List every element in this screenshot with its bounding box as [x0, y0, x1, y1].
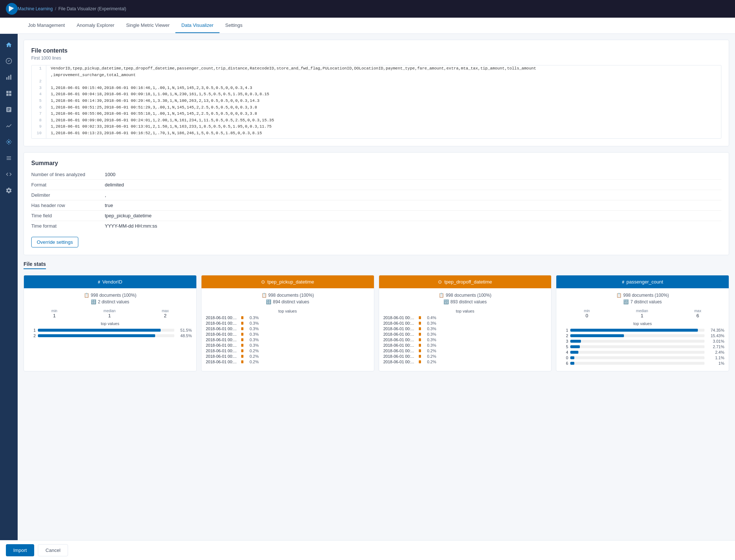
sidebar-icon-timelion[interactable]: [1, 118, 16, 133]
summary-row-lines: Number of lines analyzed 1000: [31, 170, 721, 180]
dropoff-label: tpep_dropoff_datetime: [444, 279, 492, 285]
datetime-bar-indicator: [241, 344, 243, 347]
import-button[interactable]: Import: [6, 544, 34, 556]
sidebar-icon-home[interactable]: [1, 38, 16, 52]
top-value-key: 2018-06-01 00:...: [206, 332, 239, 336]
top-value-bar: [570, 345, 580, 348]
nav-bar: Job Management Anomaly Explorer Single M…: [0, 18, 735, 34]
top-value-key: 2018-06-01 00:...: [383, 343, 417, 347]
override-settings-button[interactable]: Override settings: [31, 237, 78, 247]
top-value-row: 2018-06-01 00:... 0.3%: [383, 327, 547, 331]
stat-distinct-pickup: 🔢 894 distinct values: [206, 299, 370, 304]
file-line: 4 1,2018-06-01 00:04:18,2018-06-01 00:09…: [32, 91, 721, 98]
sidebar-icon-infrastructure[interactable]: [1, 151, 16, 165]
top-value-pct: 74.35%: [707, 328, 724, 332]
pickup-top-values: 2018-06-01 00:... 0.3% 2018-06-01 00:...…: [206, 315, 370, 364]
cancel-button[interactable]: Cancel: [38, 544, 68, 556]
top-bar: Machine Learning / File Data Visualizer …: [0, 0, 735, 18]
docs-icon: 📋: [616, 293, 622, 298]
docs-icon: 📋: [439, 293, 444, 298]
top-value-key: 2018-06-01 00:...: [383, 332, 417, 336]
top-value-key: 3: [561, 339, 568, 343]
top-value-pct: 0.3%: [246, 332, 259, 336]
top-value-row: 1 74.35%: [561, 328, 724, 332]
nav-item-single-metric-viewer[interactable]: Single Metric Viewer: [120, 18, 175, 33]
top-values-label-pickup: top values: [206, 309, 370, 313]
nav-item-anomaly-explorer[interactable]: Anomaly Explorer: [71, 18, 120, 33]
top-value-pct: 1%: [707, 361, 724, 365]
file-contents-area[interactable]: 1 VendorID,tpep_pickup_datetime,tpep_dro…: [31, 65, 721, 139]
top-value-bar: [570, 329, 698, 332]
nav-item-job-management[interactable]: Job Management: [22, 18, 71, 33]
top-value-pct: 0.3%: [423, 327, 436, 331]
sidebar-icon-dashboard[interactable]: [1, 86, 16, 101]
sidebar-icon-dev-tools[interactable]: [1, 167, 16, 182]
svg-rect-2: [6, 77, 7, 80]
top-value-pct: 0.2%: [423, 360, 436, 364]
top-value-row: 2018-06-01 00:... 0.2%: [206, 349, 370, 353]
pickup-type-icon: ⊙: [261, 279, 265, 285]
top-value-row: 2018-06-01 00:... 0.3%: [206, 343, 370, 347]
stat-median-passenger: median 1: [636, 309, 648, 318]
top-value-row: 4 2.4%: [561, 350, 724, 354]
sidebar-icon-ml[interactable]: [1, 135, 16, 149]
datetime-bar-indicator: [241, 322, 243, 325]
stat-minmedmax-vendorid: min 1 median 1 max 2: [28, 309, 192, 318]
file-line: 1 VendorID,tpep_pickup_datetime,tpep_dro…: [32, 65, 721, 72]
datetime-bar-indicator: [241, 355, 243, 358]
top-value-row: 3 3.01%: [561, 339, 724, 343]
file-line: 9 1,2018-06-01 00:02:33,2018-06-01 00:13…: [32, 124, 721, 130]
top-value-key: 2018-06-01 00:...: [383, 349, 417, 353]
top-value-bar-wrap: [570, 356, 704, 359]
stat-distinct-vendorid: 🔢 2 distinct values: [28, 299, 192, 304]
stat-card-vendorid: # VendorID 📋 998 documents (100%) 🔢 2 di…: [24, 275, 197, 371]
bottom-bar: Import Cancel: [0, 540, 735, 560]
pickup-label: tpep_pickup_datetime: [267, 279, 314, 285]
stat-distinct-passenger: 🔢 7 distinct values: [561, 299, 724, 304]
summary-row-header: Has header row true: [31, 200, 721, 211]
datetime-bar-indicator: [241, 333, 243, 336]
breadcrumb: Machine Learning / File Data Visualizer …: [18, 6, 126, 11]
top-value-key: 2018-06-01 00:...: [383, 315, 417, 320]
top-value-bar-wrap: [570, 351, 704, 354]
datetime-bar-indicator: [241, 338, 243, 341]
file-line: 5 1,2018-06-01 00:14:39,2018-06-01 00:29…: [32, 98, 721, 104]
sidebar-icon-discover[interactable]: [1, 54, 16, 68]
top-value-bar: [570, 334, 624, 337]
stat-min-vendorid: min 1: [51, 309, 57, 318]
vendorid-type-icon: #: [98, 280, 100, 284]
sidebar-icon-settings[interactable]: [1, 183, 16, 198]
top-value-bar: [570, 351, 578, 354]
top-value-row: 2018-06-01 00:... 0.3%: [383, 321, 547, 325]
top-value-key: 2018-06-01 00:...: [383, 321, 417, 325]
top-value-row: 2018-06-01 00:... 0.3%: [206, 332, 370, 336]
top-value-bar-wrap: [38, 334, 174, 337]
distinct-icon: 🔢: [623, 299, 629, 304]
sidebar-icon-visualize[interactable]: [1, 70, 16, 85]
top-value-row: 2018-06-01 00:... 0.2%: [383, 360, 547, 364]
top-value-bar: [570, 340, 581, 343]
datetime-bar-indicator: [419, 316, 421, 319]
passenger-top-values: 1 74.35% 2 15.43% 3 3.01% 5 2.71% 4 2.4%…: [561, 328, 724, 365]
breadcrumb-parent[interactable]: Machine Learning: [18, 6, 53, 11]
svg-rect-4: [10, 75, 11, 80]
top-value-row-vendorid-1: 1 51.5%: [28, 328, 192, 332]
breadcrumb-current: File Data Visualizer (Experimental): [58, 6, 126, 11]
nav-item-settings[interactable]: Settings: [220, 18, 249, 33]
top-value-row: 2018-06-01 00:... 0.4%: [383, 315, 547, 320]
top-value-pct: 0.2%: [246, 354, 259, 359]
sidebar-icon-canvas[interactable]: [1, 102, 16, 117]
stat-distinct-dropoff: 🔢 893 distinct values: [383, 299, 547, 304]
top-value-pct: 15.43%: [707, 333, 724, 338]
svg-point-5: [8, 141, 10, 143]
datetime-bar-indicator: [419, 338, 421, 341]
summary-row-format: Format delimited: [31, 180, 721, 190]
top-value-bar-wrap: [570, 329, 704, 332]
datetime-bar-indicator: [241, 360, 243, 363]
top-value-bar-wrap: [38, 329, 174, 332]
top-values-label-vendorid: top values: [28, 321, 192, 326]
top-value-row: 2018-06-01 00:... 0.3%: [383, 343, 547, 347]
top-value-key: 2018-06-01 00:...: [206, 315, 239, 320]
top-value-bar-wrap: [570, 334, 704, 337]
nav-item-data-visualizer[interactable]: Data Visualizer: [175, 18, 219, 33]
